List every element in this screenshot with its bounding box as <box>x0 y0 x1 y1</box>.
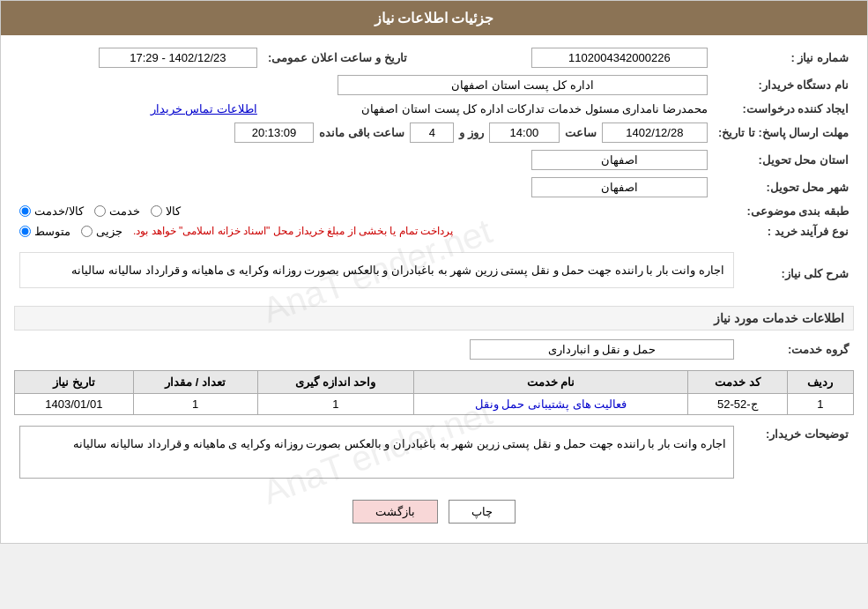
services-section-title: اطلاعات خدمات مورد نیاز <box>14 306 854 330</box>
table-row: 1 ج-52-52 فعالیت های پشتیبانی حمل ونقل 1… <box>15 394 854 415</box>
category-row: کالا/خدمت خدمت کالا <box>14 201 713 221</box>
process-note: پرداخت تمام یا بخشی از مبلغ خریداز محل "… <box>133 225 453 237</box>
process-label-medium: متوسط <box>34 225 70 238</box>
process-item-minor[interactable]: جزیی <box>81 225 122 238</box>
buyer-description-text: اجاره وانت بار با راننده جهت حمل و نقل پ… <box>73 437 726 450</box>
process-radio-medium[interactable] <box>19 226 31 237</box>
delivery-city-value: اصفهان <box>14 174 713 201</box>
page-header: جزئیات اطلاعات نیاز <box>1 1 867 35</box>
process-label-minor: جزیی <box>96 225 122 238</box>
service-group-label: گروه خدمت: <box>739 336 854 363</box>
category-radio-service[interactable] <box>94 205 106 217</box>
deadline-remaining-label: ساعت باقی مانده <box>319 126 404 139</box>
cell-unit: 1 <box>257 394 414 415</box>
cell-name[interactable]: فعالیت های پشتیبانی حمل ونقل <box>414 394 688 415</box>
org-name-value: اداره کل پست استان اصفهان <box>14 71 713 99</box>
process-item-medium[interactable]: متوسط <box>19 225 70 238</box>
info-table: شماره نیاز : 1102004342000226 تاریخ و سا… <box>14 44 854 241</box>
category-label-goods: کالا <box>166 204 181 218</box>
delivery-city-label: شهر محل تحویل: <box>713 174 854 201</box>
deadline-time-label: ساعت <box>565 126 597 139</box>
service-group-value: حمل و نقل و انبارداری <box>14 336 739 363</box>
col-row-number: ردیف <box>787 371 853 394</box>
buyer-description-table: توضیحات خریدار: AnaT ender.net اجاره وان… <box>14 422 854 482</box>
cell-row-num: 1 <box>787 394 853 415</box>
print-button[interactable]: چاپ <box>449 500 516 524</box>
description-content: AnaT ender.net اجاره وانت بار با راننده … <box>14 249 739 299</box>
need-number-label: شماره نیاز : <box>713 44 854 71</box>
category-item-goods-service[interactable]: کالا/خدمت <box>19 204 84 218</box>
col-need-date: تاریخ نیاز <box>15 371 134 394</box>
buyer-desc-content: AnaT ender.net اجاره وانت بار با راننده … <box>14 422 739 482</box>
deadline-label: مهلت ارسال پاسخ: تا تاریخ: <box>713 119 854 146</box>
deadline-time-box: 14:00 <box>489 123 560 143</box>
cell-date: 1403/01/01 <box>15 394 134 415</box>
category-item-service[interactable]: خدمت <box>94 204 140 218</box>
need-number-box: 1102004342000226 <box>531 48 708 68</box>
contact-link[interactable]: اطلاعات تماس خریدار <box>151 102 257 115</box>
col-service-code: کد خدمت <box>687 371 787 394</box>
page-title: جزئیات اطلاعات نیاز <box>375 11 494 26</box>
category-label: طبقه بندی موضوعی: <box>713 201 854 221</box>
org-name-label: نام دستگاه خریدار: <box>713 71 854 99</box>
announce-date-box: 1402/12/23 - 17:29 <box>99 48 257 68</box>
delivery-city-box: اصفهان <box>531 177 708 197</box>
col-unit: واحد اندازه گیری <box>257 371 414 394</box>
buyer-description-box: AnaT ender.net اجاره وانت بار با راننده … <box>19 426 734 479</box>
service-group-box: حمل و نقل و انبارداری <box>470 339 734 360</box>
description-text: اجاره وانت بار با راننده جهت حمل و نقل پ… <box>71 264 724 277</box>
description-box: AnaT ender.net اجاره وانت بار با راننده … <box>19 252 734 288</box>
creator-value: محمدرضا نامداری مسئول خدمات تداركات ادار… <box>263 99 713 119</box>
col-service-name: نام خدمت <box>414 371 688 394</box>
deadline-days-label: روز و <box>459 126 484 139</box>
cell-code: ج-52-52 <box>687 394 787 415</box>
deadline-remaining-box: 20:13:09 <box>234 123 314 143</box>
org-name-box: اداره کل پست استان اصفهان <box>338 75 708 95</box>
deadline-days-box: 4 <box>410 123 454 143</box>
process-radio-minor[interactable] <box>81 226 93 237</box>
deadline-date-box: 1402/12/28 <box>602 123 708 143</box>
category-label-service: خدمت <box>109 204 140 218</box>
buyer-desc-label: توضیحات خریدار: <box>739 422 854 482</box>
delivery-province-box: اصفهان <box>531 150 708 170</box>
announce-date-label: تاریخ و ساعت اعلان عمومی: <box>263 44 412 71</box>
process-label: نوع فرآیند خرید : <box>713 221 854 241</box>
announce-date-value: 1402/12/23 - 17:29 <box>14 44 263 71</box>
services-table: ردیف کد خدمت نام خدمت واحد اندازه گیری ت… <box>14 370 854 415</box>
creator-label: ایجاد کننده درخواست: <box>713 99 854 119</box>
cell-quantity: 1 <box>133 394 257 415</box>
delivery-province-value: اصفهان <box>14 146 713 174</box>
description-section: شرح کلی نیاز: AnaT ender.net اجاره وانت … <box>14 249 854 299</box>
need-number-value: 1102004342000226 <box>439 44 713 71</box>
category-radio-goods-service[interactable] <box>19 205 31 217</box>
delivery-province-label: استان محل تحویل: <box>713 146 854 174</box>
description-label: شرح کلی نیاز: <box>739 249 854 299</box>
footer-buttons: چاپ بازگشت <box>14 489 854 534</box>
contact-link-cell: اطلاعات تماس خریدار <box>14 99 263 119</box>
category-label-goods-service: کالا/خدمت <box>34 204 84 218</box>
category-item-goods[interactable]: کالا <box>151 204 181 218</box>
back-button[interactable]: بازگشت <box>352 500 438 524</box>
deadline-row: 1402/12/28 ساعت 14:00 روز و 4 ساعت باقی … <box>14 119 713 146</box>
service-group-table: گروه خدمت: حمل و نقل و انبارداری <box>14 336 854 363</box>
col-quantity: تعداد / مقدار <box>133 371 257 394</box>
process-row: متوسط جزیی پرداخت تمام یا بخشی از مبلغ خ… <box>14 221 713 241</box>
category-radio-goods[interactable] <box>151 205 162 217</box>
creator-text: محمدرضا نامداری مسئول خدمات تداركات ادار… <box>361 102 708 115</box>
